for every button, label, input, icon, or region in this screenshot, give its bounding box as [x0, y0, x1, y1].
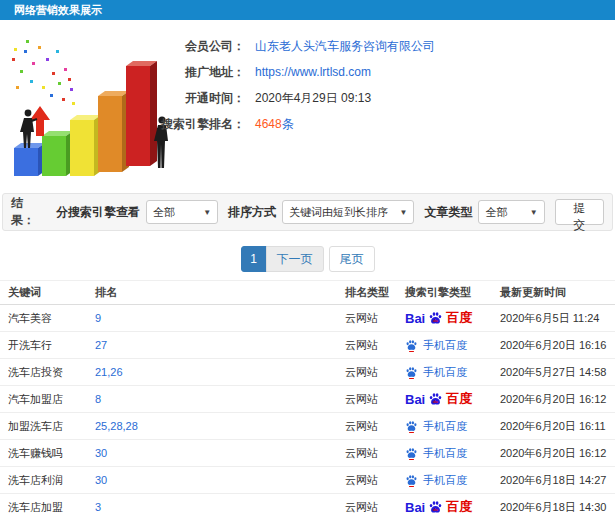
table-row: 开洗车行27云网站手机百度2020年6月20日 16:16: [0, 332, 615, 359]
mobile-baidu-label: 手机百度: [423, 338, 467, 353]
pagination: 1 下一页 尾页: [0, 246, 615, 272]
keyword-cell: 洗车店利润: [8, 473, 95, 488]
engine-cell: 手机百度: [405, 473, 500, 488]
baidu-paw-icon: [405, 339, 418, 352]
rank-count-label: 搜索引擎排名：: [155, 116, 245, 133]
rank-type-cell: 云网站: [345, 473, 405, 488]
rank-cell[interactable]: 9: [95, 312, 345, 324]
rank-cell[interactable]: 30: [95, 447, 345, 459]
rank-cell[interactable]: 8: [95, 393, 345, 405]
updated-cell: 2020年5月27日 14:58: [500, 365, 615, 380]
filter-bar: 结果： 分搜索引擎查看 全部 ▼ 排序方式 关键词由短到长排序 ▼ 文章类型 全…: [2, 193, 613, 231]
updated-cell: 2020年6月20日 16:12: [500, 446, 615, 461]
info-row-url: 推广地址： https://www.lrtlsd.com: [155, 59, 435, 85]
header-engine-type: 搜索引擎类型: [405, 285, 500, 300]
rank-cell[interactable]: 30: [95, 474, 345, 486]
rank-type-cell: 云网站: [345, 392, 405, 407]
baidu-logo-text: Bai: [405, 392, 425, 407]
baidu-paw-icon: du: [428, 311, 443, 326]
submit-button[interactable]: 提交: [555, 199, 604, 225]
keyword-cell: 汽车美容: [8, 311, 95, 326]
rank-type-cell: 云网站: [345, 500, 405, 515]
company-link[interactable]: 山东老人头汽车服务咨询有限公司: [255, 38, 435, 55]
baidu-logo-cn: 百度: [446, 309, 472, 327]
baidu-paw-icon: [405, 474, 418, 487]
rank-type-cell: 云网站: [345, 419, 405, 434]
keyword-cell: 洗车店投资: [8, 365, 95, 380]
open-time-value: 2020年4月29日 09:13: [255, 90, 371, 107]
updated-cell: 2020年6月20日 16:16: [500, 338, 615, 353]
sort-select[interactable]: 关键词由短到长排序 ▼: [282, 200, 414, 224]
results-table: 关键词 排名 排名类型 搜索引擎类型 最新更新时间 汽车美容9云网站Baidu百…: [0, 280, 615, 520]
page-number-1[interactable]: 1: [241, 246, 267, 272]
baidu-logo-cn: 百度: [446, 498, 472, 516]
updated-cell: 2020年6月5日 11:24: [500, 311, 615, 326]
baidu-paw-icon: du: [428, 500, 443, 515]
baidu-logo-text: Bai: [405, 500, 425, 515]
svg-text:du: du: [433, 399, 438, 404]
rank-count-number: 4648: [255, 117, 282, 131]
table-row: 洗车店加盟3云网站Baidu百度2020年6月18日 14:30: [0, 494, 615, 520]
table-header-row: 关键词 排名 排名类型 搜索引擎类型 最新更新时间: [0, 280, 615, 305]
updated-cell: 2020年6月18日 14:27: [500, 473, 615, 488]
member-info: 会员公司： 山东老人头汽车服务咨询有限公司 推广地址： https://www.…: [155, 33, 435, 137]
sort-select-value: 关键词由短到长排序: [289, 205, 388, 220]
chevron-down-icon: ▼: [530, 208, 538, 217]
baidu-paw-icon: du: [428, 392, 443, 407]
baidu-paw-icon: [405, 420, 418, 433]
table-row: 汽车美容9云网站Baidu百度2020年6月5日 11:24: [0, 305, 615, 332]
page-title: 网络营销效果展示: [0, 0, 615, 20]
promo-url-link[interactable]: https://www.lrtlsd.com: [255, 65, 371, 79]
baidu-logo-cn: 百度: [446, 390, 472, 408]
baidu-logo-text: Bai: [405, 311, 425, 326]
mobile-baidu-label: 手机百度: [423, 473, 467, 488]
bar-chart-illustration: [2, 28, 180, 188]
keyword-cell: 汽车加盟店: [8, 392, 95, 407]
info-row-company: 会员公司： 山东老人头汽车服务咨询有限公司: [155, 33, 435, 59]
updated-cell: 2020年6月18日 14:30: [500, 500, 615, 515]
engine-cell: Baidu百度: [405, 309, 500, 327]
engine-cell: 手机百度: [405, 338, 500, 353]
engine-cell: Baidu百度: [405, 498, 500, 516]
engine-cell: 手机百度: [405, 365, 500, 380]
rank-type-cell: 云网站: [345, 338, 405, 353]
header-updated: 最新更新时间: [500, 285, 615, 300]
rank-cell[interactable]: 3: [95, 501, 345, 513]
rank-count-suffix: 条: [282, 117, 294, 131]
bar-yellow: [70, 115, 101, 176]
engine-cell: Baidu百度: [405, 390, 500, 408]
next-page-button[interactable]: 下一页: [266, 246, 324, 272]
table-row: 汽车加盟店8云网站Baidu百度2020年6月20日 16:12: [0, 386, 615, 413]
rank-cell[interactable]: 27: [95, 339, 345, 351]
updated-cell: 2020年6月20日 16:11: [500, 419, 615, 434]
marketing-report-page: 网络营销效果展示: [0, 0, 615, 520]
open-time-label: 开通时间：: [155, 90, 245, 107]
table-body: 汽车美容9云网站Baidu百度2020年6月5日 11:24开洗车行27云网站手…: [0, 305, 615, 520]
chevron-down-icon: ▼: [203, 208, 211, 217]
keyword-cell: 洗车店加盟: [8, 500, 95, 515]
mobile-baidu-label: 手机百度: [423, 446, 467, 461]
svg-text:du: du: [433, 318, 438, 323]
promo-url-label: 推广地址：: [155, 64, 245, 81]
baidu-paw-icon: [405, 366, 418, 379]
article-type-label: 文章类型: [424, 204, 472, 221]
chevron-down-icon: ▼: [399, 208, 407, 217]
updated-cell: 2020年6月20日 16:12: [500, 392, 615, 407]
info-row-open-time: 开通时间： 2020年4月29日 09:13: [155, 85, 435, 111]
info-row-rank-count: 搜索引擎排名： 4648条: [155, 111, 435, 137]
rank-cell[interactable]: 21,26: [95, 366, 345, 378]
company-label: 会员公司：: [155, 38, 245, 55]
rank-cell[interactable]: 25,28,28: [95, 420, 345, 432]
mobile-baidu-label: 手机百度: [423, 419, 467, 434]
engine-select-value: 全部: [153, 205, 175, 220]
engine-select[interactable]: 全部 ▼: [146, 200, 218, 224]
engine-filter-label: 分搜索引擎查看: [56, 204, 140, 221]
article-type-select-value: 全部: [485, 205, 507, 220]
sort-filter-label: 排序方式: [228, 204, 276, 221]
confetti-dots: [12, 40, 75, 105]
table-row: 洗车赚钱吗30云网站手机百度2020年6月20日 16:12: [0, 440, 615, 467]
last-page-button[interactable]: 尾页: [329, 246, 375, 272]
mobile-baidu-label: 手机百度: [423, 365, 467, 380]
keyword-cell: 开洗车行: [8, 338, 95, 353]
article-type-select[interactable]: 全部 ▼: [478, 200, 544, 224]
